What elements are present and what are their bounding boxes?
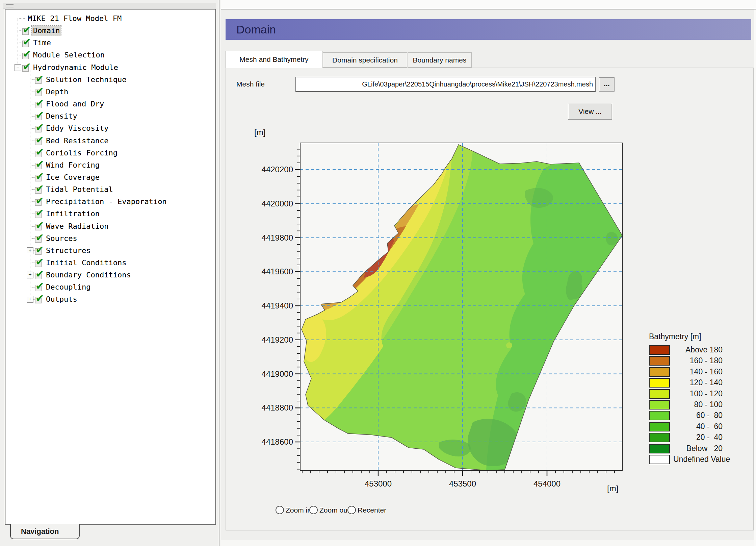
tree-item-outputs[interactable]: +✔Outputs (5, 294, 215, 304)
tree-item-label[interactable]: Tidal Potential (45, 184, 114, 195)
legend-entry-label: 40 - 60 (673, 421, 723, 431)
tree-item-sources[interactable]: ✔Sources (5, 233, 215, 244)
grip-handle-icon[interactable] (6, 4, 14, 7)
svg-text:4418600: 4418600 (262, 437, 293, 446)
tree-item-flood-and-dry[interactable]: ✔Flood and Dry (5, 99, 215, 109)
toolbar-grip-strip (3, 3, 216, 8)
checked-icon: ✔ (35, 88, 44, 94)
radio-label[interactable]: Zoom in (286, 505, 311, 515)
checked-icon: ✔ (35, 185, 44, 192)
checked-icon: ✔ (23, 63, 31, 70)
navigation-tree: MIKE 21 Flow Model FM✔Domain✔Time✔Module… (5, 9, 215, 524)
tree-item-label[interactable]: Ice Coverage (45, 172, 101, 182)
tree-item-label[interactable]: Wave Radiation (45, 221, 110, 231)
tree-connector-line (30, 263, 35, 263)
tree-item-depth[interactable]: ✔Depth (5, 87, 215, 97)
tree-connector-line (30, 165, 35, 166)
tree-item-label[interactable]: Bed Resistance (45, 136, 110, 146)
tree-item-infiltration[interactable]: ✔Infiltration (5, 209, 215, 219)
mesh-file-input[interactable]: GLife\03paper\220515Qinhuangdao\process\… (295, 77, 596, 92)
svg-text:453000: 453000 (365, 479, 392, 488)
checked-icon: ✔ (23, 39, 31, 45)
tree-item-initial-conditions[interactable]: ✔Initial Conditions (5, 258, 215, 268)
tree-connector-line (30, 238, 35, 239)
svg-text:454000: 454000 (533, 479, 561, 488)
svg-text:4419800: 4419800 (262, 233, 293, 242)
tree-item-label[interactable]: Domain (32, 26, 61, 36)
tree-item-boundary-conditions[interactable]: +✔Boundary Conditions (5, 270, 215, 280)
checked-icon: ✔ (35, 295, 44, 302)
navigation-tree-frame: MIKE 21 Flow Model FM✔Domain✔Time✔Module… (5, 9, 216, 525)
view-button[interactable]: View ... (568, 103, 612, 120)
tree-item-density[interactable]: ✔Density (5, 111, 215, 121)
checked-icon: ✔ (35, 258, 44, 265)
tree-item-bed-resistance[interactable]: ✔Bed Resistance (5, 136, 215, 146)
tree-item-label[interactable]: Time (32, 38, 52, 48)
tree-item-label[interactable]: Solution Technique (45, 75, 128, 85)
svg-text:4420200: 4420200 (262, 165, 293, 174)
tree-item-module-selection[interactable]: ✔Module Selection (5, 50, 215, 60)
tree-item-structures[interactable]: +✔Structures (5, 246, 215, 256)
legend-entry-label: 20 - 40 (673, 432, 723, 442)
tree-connector-line (30, 214, 35, 214)
legend-title: Bathymetry [m] (649, 332, 701, 341)
tree-item-label[interactable]: Infiltration (45, 209, 101, 219)
legend-entry-label: Below 20 (673, 443, 723, 453)
tree-item-label[interactable]: Initial Conditions (45, 258, 128, 268)
tree-item-label[interactable]: Boundary Conditions (45, 270, 132, 280)
radio-label[interactable]: Zoom out (319, 505, 349, 515)
radio-zoom-in[interactable] (276, 506, 284, 514)
tree-connector-line (30, 153, 35, 153)
checked-icon: ✔ (35, 197, 44, 204)
tree-expander-plus-icon[interactable]: + (27, 247, 33, 254)
tree-item-wave-radiation[interactable]: ✔Wave Radiation (5, 221, 215, 231)
svg-text:453500: 453500 (449, 479, 476, 488)
tree-item-mike-21-flow-model-fm[interactable]: MIKE 21 Flow Model FM (5, 14, 215, 24)
tab-domain-specification[interactable]: Domain specification (323, 52, 407, 68)
checked-icon: ✔ (35, 75, 44, 82)
tab-navigation[interactable]: Navigation (10, 524, 80, 539)
tree-item-ice-coverage[interactable]: ✔Ice Coverage (5, 172, 215, 182)
legend-swatch (649, 367, 670, 377)
tab-mesh-and-bathymetry[interactable]: Mesh and Bathymetry (226, 51, 322, 68)
radio-label[interactable]: Recenter (358, 505, 386, 515)
tree-expander-minus-icon[interactable]: − (15, 64, 21, 71)
tree-item-label[interactable]: Outputs (45, 294, 79, 304)
radio-zoom-out[interactable] (309, 506, 318, 514)
tree-item-eddy-viscosity[interactable]: ✔Eddy Viscosity (5, 123, 215, 133)
tree-item-hydrodynamic-module[interactable]: −✔Hydrodynamic Module (5, 63, 215, 73)
tree-item-decoupling[interactable]: ✔Decoupling (5, 282, 215, 292)
tree-item-label[interactable]: Module Selection (32, 50, 106, 60)
tree-connector-line (18, 18, 26, 19)
tree-expander-plus-icon[interactable]: + (27, 272, 33, 278)
tree-item-label[interactable]: Eddy Viscosity (45, 123, 110, 133)
tree-item-wind-forcing[interactable]: ✔Wind Forcing (5, 160, 215, 170)
tree-item-label[interactable]: MIKE 21 Flow Model FM (26, 14, 123, 24)
tree-item-time[interactable]: ✔Time (5, 38, 215, 48)
tree-item-domain[interactable]: ✔Domain (5, 26, 215, 36)
checked-icon: ✔ (35, 124, 44, 131)
tree-item-solution-technique[interactable]: ✔Solution Technique (5, 75, 215, 85)
bathymetry-plot[interactable]: 4420200442000044198004419600441940044192… (250, 125, 672, 507)
tree-item-label[interactable]: Hydrodynamic Module (32, 63, 120, 73)
tree-item-label[interactable]: Decoupling (45, 282, 92, 292)
legend-entry-label: Above 180 (673, 345, 723, 355)
tree-item-label[interactable]: Depth (45, 87, 70, 97)
tab-boundary-names[interactable]: Boundary names (408, 52, 472, 68)
tree-item-label[interactable]: Flood and Dry (45, 99, 105, 109)
tree-expander-plus-icon[interactable]: + (27, 296, 33, 303)
tree-item-label[interactable]: Structures (45, 246, 92, 256)
tree-item-coriolis-forcing[interactable]: ✔Coriolis Forcing (5, 148, 215, 158)
tree-item-label[interactable]: Wind Forcing (45, 160, 101, 170)
tree-connector-line (30, 189, 35, 190)
tree-connector-line (30, 128, 35, 129)
tree-item-label[interactable]: Coriolis Forcing (45, 148, 119, 158)
browse-button[interactable]: ... (599, 77, 615, 92)
tree-item-precipitation-evaporation[interactable]: ✔Precipitation - Evaporation (5, 197, 215, 207)
tree-item-label[interactable]: Sources (45, 233, 79, 244)
tree-item-tidal-potential[interactable]: ✔Tidal Potential (5, 184, 215, 195)
tree-connector-line (30, 79, 35, 80)
tree-item-label[interactable]: Precipitation - Evaporation (45, 197, 168, 207)
tree-item-label[interactable]: Density (45, 111, 79, 121)
radio-recenter[interactable] (347, 506, 356, 514)
